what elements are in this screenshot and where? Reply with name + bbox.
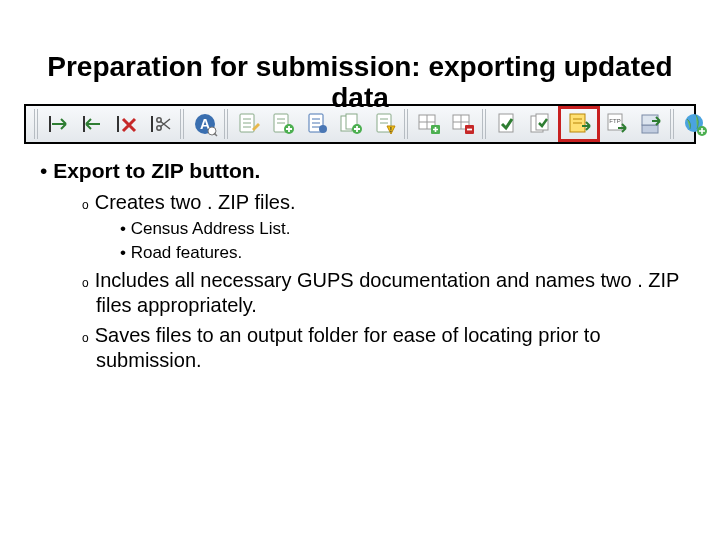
toolbar-separator	[404, 109, 410, 139]
toolbar: A !	[24, 104, 696, 144]
sub-bullet-saves: oSaves files to an output folder for eas…	[82, 323, 696, 374]
insert-arrow-left-icon[interactable]	[78, 109, 108, 139]
sub-bullet-includes: oIncludes all necessary GUPS documentati…	[82, 268, 696, 319]
delete-red-x-icon[interactable]	[112, 109, 142, 139]
svg-rect-3	[151, 116, 153, 132]
bullet-export-zip: Export to ZIP button.	[40, 158, 696, 185]
insert-arrow-right-icon[interactable]	[44, 109, 74, 139]
form-pencil-icon[interactable]	[234, 109, 264, 139]
svg-text:!: !	[390, 126, 392, 133]
slide: Preparation for submission: exporting up…	[0, 52, 720, 540]
doc-check-green-icon[interactable]	[492, 109, 522, 139]
scissors-cut-icon[interactable]	[146, 109, 176, 139]
grid-plus-icon[interactable]	[414, 109, 444, 139]
svg-rect-0	[49, 116, 51, 132]
find-address-a-icon[interactable]: A	[190, 109, 220, 139]
multi-doc-check-icon[interactable]	[526, 109, 556, 139]
svg-text:FTP: FTP	[609, 118, 620, 124]
form-warning-icon[interactable]: !	[370, 109, 400, 139]
sub-bullet-creates: oCreates two . ZIP files.	[82, 190, 696, 216]
globe-plus-icon[interactable]	[680, 109, 710, 139]
content-body: Export to ZIP button. oCreates two . ZIP…	[24, 158, 696, 374]
toolbar-separator	[180, 109, 186, 139]
form-plus-icon[interactable]	[268, 109, 298, 139]
toolbar-container: A !	[24, 104, 696, 144]
svg-rect-2	[117, 116, 119, 132]
toolbar-separator	[670, 109, 676, 139]
sub2-census-address: Census Address List.	[120, 218, 696, 240]
multi-form-green-icon[interactable]	[336, 109, 366, 139]
svg-rect-46	[642, 125, 658, 133]
svg-point-22	[319, 125, 327, 133]
export-zip-highlight	[558, 106, 600, 142]
toolbar-separator	[224, 109, 230, 139]
form-blue-icon[interactable]	[302, 109, 332, 139]
disk-arrow-icon[interactable]	[636, 109, 666, 139]
svg-rect-1	[83, 116, 85, 132]
ftp-arrow-icon[interactable]: FTP	[602, 109, 632, 139]
toolbar-separator	[482, 109, 488, 139]
sub2-road-features: Road features.	[120, 242, 696, 264]
grid-delete-icon[interactable]	[448, 109, 478, 139]
toolbar-separator	[34, 109, 40, 139]
export-zip-yellow-icon[interactable]	[564, 109, 594, 139]
svg-line-9	[214, 133, 217, 136]
